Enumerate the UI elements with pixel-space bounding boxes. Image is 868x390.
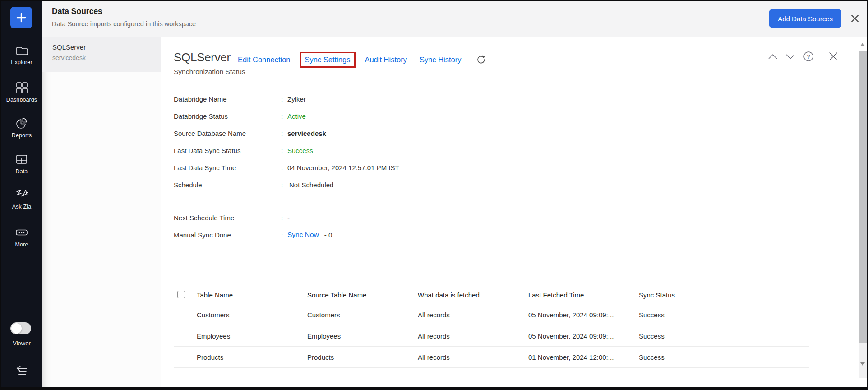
cell-sync-status: Success — [639, 304, 665, 325]
edit-connection-link[interactable]: Edit Connection — [238, 56, 291, 64]
field-schedule: Schedule : Not Scheduled — [174, 176, 399, 193]
page-title: Data Sources — [52, 7, 102, 16]
cell-table-name: Products — [197, 347, 223, 368]
select-all-checkbox[interactable] — [177, 291, 185, 298]
scroll-down-arrow-icon[interactable] — [860, 362, 865, 366]
audit-history-link[interactable]: Audit History — [365, 56, 407, 64]
cell-fetched: All records — [418, 325, 450, 347]
sync-now-link[interactable]: Sync Now — [287, 231, 319, 239]
cell-fetched: All records — [418, 347, 450, 368]
folder-icon — [15, 46, 28, 54]
sidebar-item-label: More — [1, 241, 42, 248]
sync-settings-link[interactable]: Sync Settings — [305, 56, 351, 64]
cell-sync-status: Success — [639, 347, 665, 368]
cell-source-table-name: Products — [307, 347, 334, 368]
field-next-schedule-time: Next Schedule Time : - — [174, 209, 332, 226]
column-header-table-name: Table Name — [197, 286, 233, 304]
close-icon[interactable] — [850, 14, 860, 23]
table-row-customers[interactable]: Customers Customers All records 05 Novem… — [174, 304, 809, 325]
close-icon[interactable] — [828, 51, 839, 62]
tables-sync-table: Table Name Source Table Name What data i… — [174, 286, 809, 368]
cell-last-fetched: 05 November, 2024 09:09:... — [528, 304, 614, 325]
vertical-scrollbar — [859, 37, 867, 378]
sidebar-item-more[interactable]: More — [1, 226, 42, 248]
cell-source-table-name: Customers — [307, 304, 340, 325]
collapse-sidebar-icon[interactable] — [13, 365, 29, 377]
sidebar-item-label: Ask Zia — [1, 204, 42, 210]
toggle-knob — [11, 323, 22, 334]
table-row-employees[interactable]: Employees Employees All records 05 Novem… — [174, 325, 809, 347]
cell-table-name: Customers — [197, 304, 230, 325]
field-value: Zylker — [287, 95, 306, 103]
sidebar-item-label: Data — [1, 168, 42, 175]
column-header-sync-status: Sync Status — [639, 286, 675, 304]
field-value: - — [287, 214, 290, 222]
section-divider — [174, 206, 808, 206]
viewer-toggle-label: Viewer — [1, 340, 42, 347]
plus-icon — [15, 12, 27, 23]
field-value: servicedesk — [287, 130, 326, 137]
chevron-down-icon[interactable] — [785, 54, 795, 60]
field-source-database-name: Source Database Name : servicedesk — [174, 125, 399, 142]
detail-action-links: Edit Connection Sync Settings Audit Hist… — [238, 51, 487, 68]
annotation-highlight-box: Sync Settings — [300, 52, 356, 68]
cell-source-table-name: Employees — [307, 325, 341, 347]
data-table-icon — [15, 155, 28, 162]
sidebar-item-label: Reports — [1, 132, 42, 139]
field-value: 04 November, 2024 12:57:01 PM IST — [287, 164, 399, 172]
field-manual-sync-done: Manual Sync Done : Sync Now - 0 — [174, 226, 332, 243]
chevron-up-icon[interactable] — [768, 54, 778, 60]
field-last-data-sync-time: Last Data Sync Time : 04 November, 2024 … — [174, 159, 399, 176]
app-window: Explorer Dashboards Reports — [0, 0, 868, 390]
sidebar-item-reports[interactable]: Reports — [1, 116, 42, 139]
sync-history-link[interactable]: Sync History — [420, 56, 462, 64]
field-databridge-status: Databridge Status : Active — [174, 107, 399, 125]
pie-chart-icon — [15, 119, 28, 126]
sidebar: Explorer Dashboards Reports — [1, 1, 42, 387]
table-row-products[interactable]: Products Products All records 01 Novembe… — [174, 347, 809, 368]
field-value: Active — [287, 112, 306, 120]
ask-zia-icon — [14, 190, 30, 198]
column-header-source-table-name: Source Table Name — [307, 286, 366, 304]
sync-status-fields: Databridge Name : Zylker Databridge Stat… — [174, 90, 399, 193]
source-list-item-sqlserver[interactable]: SQLServer servicedesk — [42, 37, 161, 72]
field-value: Not Scheduled — [287, 181, 333, 189]
manual-sync-count: - 0 — [324, 231, 332, 239]
detail-title: SQLServer — [174, 51, 231, 65]
cell-last-fetched: 05 November, 2024 09:09:... — [528, 325, 614, 347]
field-value: Success — [287, 147, 313, 154]
column-header-last-fetched-time: Last Fetched Time — [528, 286, 584, 304]
page-header: Data Sources Data Source imports configu… — [42, 1, 867, 37]
cell-sync-status: Success — [639, 325, 665, 347]
detail-toolbar: ? — [768, 51, 839, 62]
sidebar-item-explorer[interactable]: Explorer — [1, 44, 42, 65]
source-database: servicedesk — [52, 54, 161, 61]
column-header-what-data-is-fetched: What data is fetched — [418, 286, 480, 304]
schedule-fields: Next Schedule Time : - Manual Sync Done … — [174, 209, 332, 243]
sidebar-item-ask-zia[interactable]: Ask Zia — [1, 188, 42, 210]
source-name: SQLServer — [52, 43, 161, 51]
help-icon[interactable]: ? — [803, 51, 814, 62]
sidebar-item-label: Dashboards — [1, 97, 42, 103]
viewer-toggle[interactable] — [10, 322, 31, 334]
sidebar-item-data[interactable]: Data — [1, 153, 42, 175]
add-button[interactable] — [10, 7, 32, 28]
add-data-sources-button[interactable]: Add Data Sources — [769, 9, 841, 28]
sidebar-item-dashboards[interactable]: Dashboards — [1, 81, 42, 103]
sidebar-item-label: Explorer — [1, 59, 42, 65]
cell-last-fetched: 01 November, 2024 12:00:... — [528, 347, 614, 368]
scrollbar-lower-track — [859, 343, 867, 378]
field-last-data-sync-status: Last Data Sync Status : Success — [174, 142, 399, 159]
cell-table-name: Employees — [197, 325, 230, 347]
page-subtitle: Data Source imports configured in this w… — [52, 20, 196, 28]
dashboards-grid-icon — [15, 83, 28, 91]
refresh-icon[interactable] — [476, 54, 487, 65]
svg-text:?: ? — [807, 53, 810, 60]
table-header-row: Table Name Source Table Name What data i… — [174, 286, 809, 304]
scroll-up-arrow-icon[interactable] — [860, 43, 865, 46]
section-title: Synchronization Status — [174, 68, 245, 76]
data-source-list-panel: SQLServer servicedesk — [42, 37, 161, 387]
field-databridge-name: Databridge Name : Zylker — [174, 90, 399, 107]
scrollbar-thumb[interactable] — [859, 51, 867, 343]
detail-panel: SQLServer Edit Connection Sync Settings … — [161, 37, 867, 387]
